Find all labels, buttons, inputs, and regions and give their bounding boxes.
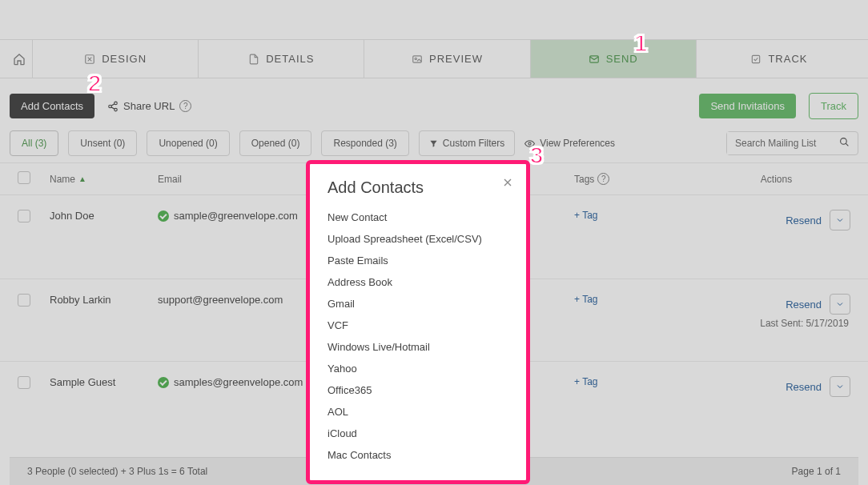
modal-title: Add Contacts xyxy=(328,178,508,197)
close-icon xyxy=(501,176,514,189)
modal-item[interactable]: Address Book xyxy=(328,271,508,293)
modal-item[interactable]: Windows Live/Hotmail xyxy=(328,336,508,358)
modal-item[interactable]: Paste Emails xyxy=(328,250,508,271)
modal-item[interactable]: VCF xyxy=(328,315,508,336)
modal-item[interactable]: Office365 xyxy=(328,379,508,401)
modal-close-button[interactable] xyxy=(499,174,516,191)
modal-item[interactable]: AOL xyxy=(328,401,508,423)
add-contacts-modal: Add Contacts New ContactUpload Spreadshe… xyxy=(306,160,530,484)
callout-2: 2 xyxy=(77,66,112,101)
callout-3: 3 xyxy=(519,138,554,173)
modal-item[interactable]: New Contact xyxy=(328,206,508,228)
callout-1: 1 xyxy=(623,26,658,61)
modal-item[interactable]: Upload Spreadsheet (Excel/CSV) xyxy=(328,228,508,250)
modal-item[interactable]: Mac Contacts xyxy=(328,444,508,466)
modal-item[interactable]: Gmail xyxy=(328,293,508,315)
modal-item[interactable]: Yahoo xyxy=(328,358,508,379)
modal-item[interactable]: iCloud xyxy=(328,423,508,444)
